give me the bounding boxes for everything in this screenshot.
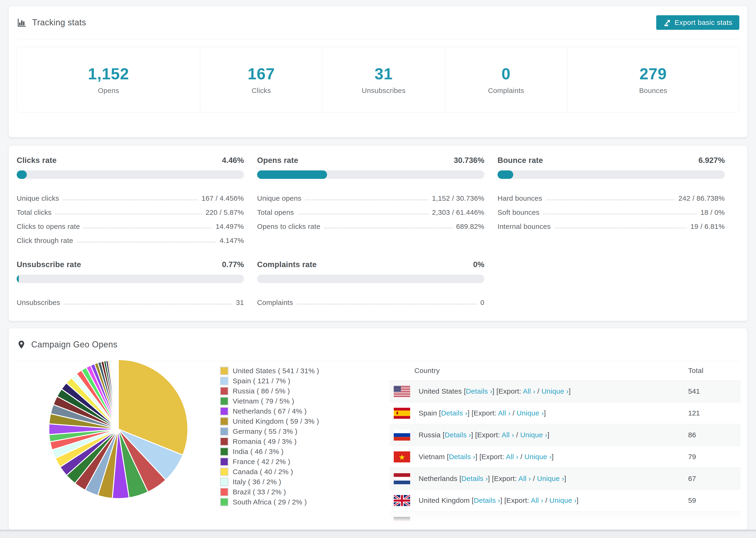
rate-detail-row: Soft bounces18 / 0% (498, 202, 725, 216)
legend-swatch (220, 467, 229, 476)
export-all-link[interactable]: All › (523, 387, 535, 395)
rate-title: Opens rate (257, 156, 298, 165)
country-row-text: United Kingdom [Details ›] [Export: All … (419, 497, 578, 505)
details-link[interactable]: Details › (461, 475, 488, 482)
country-total: 67 (688, 475, 696, 483)
legend-label: Netherlands ( 67 / 4% ) (233, 407, 307, 415)
geo-table-row-united-kingdom: United Kingdom [Details ›] [Export: All … (390, 489, 741, 511)
rate-detail-row: Clicks to opens rate14.497% (17, 216, 244, 231)
export-all-link[interactable]: All › (531, 497, 543, 504)
geo-header: Campaign Geo Opens (9, 328, 747, 361)
rate-progress-bar (17, 170, 244, 179)
export-all-link[interactable]: All › (498, 409, 511, 417)
stat-value: 31 (374, 65, 393, 83)
export-unique-link[interactable]: Unique › (520, 431, 548, 439)
legend-label: Romania ( 49 / 3% ) (233, 438, 297, 446)
rate-detail-label: Hard bounces (498, 194, 542, 202)
rate-detail-value: 14.497% (216, 223, 244, 231)
legend-swatch (220, 377, 229, 385)
legend-label: United Kingdom ( 59 / 3% ) (233, 417, 319, 425)
stat-value: 279 (639, 65, 667, 83)
bottom-band (0, 530, 756, 538)
rate-detail-value: 689.82% (456, 223, 484, 231)
geo-table: Country Total United States [Details ›] … (390, 361, 741, 530)
flag-ru-icon (394, 430, 410, 441)
rate-detail-row: Click through rate4.147% (17, 231, 244, 244)
legend-swatch (220, 498, 229, 506)
export-basic-stats-button[interactable]: Export basic stats (656, 15, 739, 30)
details-link[interactable]: Details › (449, 453, 475, 460)
rate-detail-row: Internal bounces19 / 6.81% (498, 216, 725, 231)
country-total: 79 (688, 453, 696, 461)
rate-detail-value: 31 (236, 298, 244, 306)
geo-table-row-partial (390, 511, 741, 530)
export-unique-link[interactable]: Unique › (516, 409, 544, 417)
rate-detail-label: Unsubscribes (17, 298, 60, 306)
rate-detail-label: Unique clicks (17, 194, 59, 202)
dotted-leader (543, 214, 697, 214)
legend-item-romania: Romania ( 49 / 3% ) (220, 436, 319, 447)
geo-table-row-russia: Russia [Details ›] [Export: All › / Uniq… (390, 424, 741, 446)
export-unique-link[interactable]: Unique › (549, 497, 577, 504)
legend-swatch (220, 367, 229, 375)
rate-value: 0% (473, 260, 484, 269)
dotted-leader (546, 199, 675, 200)
stat-label: Complaints (488, 86, 524, 95)
rate-progress-bar (498, 170, 725, 179)
dotted-leader (55, 214, 202, 214)
export-unique-link[interactable]: Unique › (537, 475, 564, 482)
rate-progress-fill (17, 275, 19, 283)
legend-swatch (220, 437, 229, 446)
country-row-text: Netherlands [Details ›] [Export: All › /… (419, 475, 566, 483)
dotted-leader (555, 228, 687, 228)
stat-value: 0 (502, 65, 511, 83)
legend-item-france: France ( 42 / 2% ) (220, 457, 319, 467)
dotted-leader (324, 228, 452, 228)
rate-block-complaints-rate: Complaints rate0%Complaints0 (257, 260, 484, 306)
rate-detail-value: 220 / 5.87% (206, 208, 244, 216)
legend-label: United States ( 541 / 31% ) (233, 367, 319, 375)
legend-swatch (220, 427, 229, 436)
flag-nl-icon (394, 473, 410, 484)
rates-grid: Clicks rate4.46%Unique clicks167 / 4.456… (17, 156, 739, 306)
pie-slice-other[interactable] (118, 360, 118, 429)
export-all-link[interactable]: All › (506, 453, 518, 460)
rate-detail-row: Hard bounces242 / 86.738% (498, 188, 725, 202)
details-link[interactable]: Details › (445, 431, 471, 439)
legend-label: South Africa ( 29 / 2% ) (233, 498, 307, 506)
details-link[interactable]: Details › (441, 409, 468, 417)
export-unique-link[interactable]: Unique › (541, 387, 568, 395)
legend-swatch (220, 387, 229, 395)
dotted-leader (297, 304, 477, 304)
campaign-geo-opens-card: Campaign Geo Opens United States ( 541 /… (9, 328, 747, 530)
export-all-link[interactable]: All › (502, 431, 514, 439)
rate-detail-label: Click through rate (17, 237, 73, 244)
legend-label: Russia ( 86 / 5% ) (233, 387, 290, 395)
legend-swatch (220, 478, 229, 486)
export-all-link[interactable]: All › (518, 475, 531, 482)
rate-detail-value: 2,303 / 61.446% (432, 208, 484, 216)
legend-item-spain: Spain ( 121 / 7% ) (220, 376, 319, 386)
rate-detail-value: 18 / 0% (700, 208, 725, 216)
legend-item-italy: Italy ( 36 / 2% ) (220, 477, 319, 487)
rate-detail-row: Unique clicks167 / 4.456% (17, 188, 244, 202)
legend-item-south-africa: South Africa ( 29 / 2% ) (220, 497, 319, 507)
flag-us-icon (394, 386, 410, 397)
legend-item-brazil: Brazil ( 33 / 2% ) (220, 487, 319, 497)
legend-item-vietnam: Vietnam ( 79 / 5% ) (220, 396, 319, 406)
export-unique-link[interactable]: Unique › (524, 453, 552, 460)
rate-detail-label: Clicks to opens rate (17, 223, 80, 231)
legend-label: Germany ( 55 / 3% ) (233, 427, 297, 435)
rate-title: Bounce rate (498, 156, 543, 165)
country-row-text: Spain [Details ›] [Export: All › / Uniqu… (419, 409, 546, 417)
dotted-leader (77, 242, 216, 242)
legend-swatch (220, 407, 229, 415)
rate-value: 0.77% (222, 260, 244, 269)
legend-label: Canada ( 40 / 2% ) (233, 468, 293, 476)
details-link[interactable]: Details › (466, 387, 492, 395)
details-link[interactable]: Details › (474, 497, 500, 504)
rate-detail-label: Internal bounces (498, 223, 551, 231)
rate-detail-value: 19 / 6.81% (690, 223, 725, 231)
rate-detail-row: Total clicks220 / 5.87% (17, 202, 244, 216)
stat-label: Unsubscribes (362, 86, 406, 95)
